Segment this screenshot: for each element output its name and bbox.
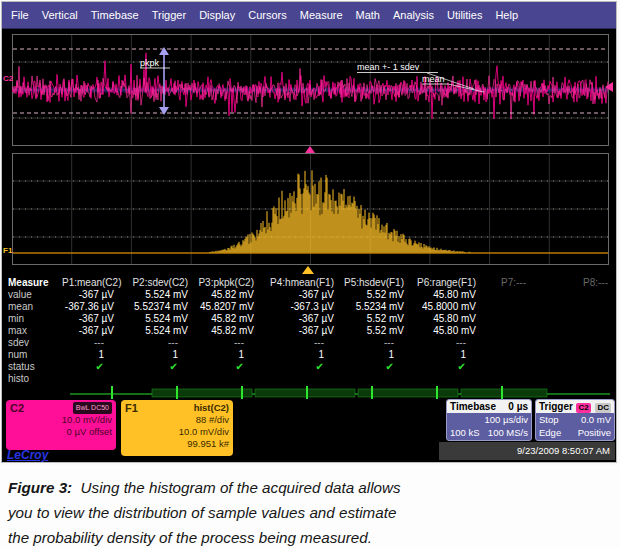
trigger-time-marker-icon[interactable] xyxy=(305,146,315,153)
timebase-samples: 100 kS xyxy=(450,426,480,439)
measure-cell-num-p7 xyxy=(480,349,530,361)
measure-cell-value-p8 xyxy=(530,289,612,301)
measure-cell-mean-p4: -367.3 µV xyxy=(258,301,338,313)
menu-item-display[interactable]: Display xyxy=(199,9,235,21)
measure-cell-histo-p3 xyxy=(192,373,258,385)
measure-cell-sdev-p8 xyxy=(530,337,612,349)
c2-trace-label: C2 xyxy=(3,74,13,83)
measure-col-header-p1[interactable]: P1:mean(C2) xyxy=(62,277,118,289)
function-f1-descriptor[interactable]: F1 hist(C2) 88 #/div 10.0 mV/div 99.951 … xyxy=(121,400,233,456)
measure-cell-value-p2: 5.524 mV xyxy=(118,289,192,301)
status-check-icon: ✔ xyxy=(408,361,480,373)
measure-cell-num-p2: 1 xyxy=(118,349,192,361)
menu-item-math[interactable]: Math xyxy=(356,9,380,21)
timebase-panel[interactable]: Timebase 0 µs 100 µs/div 100 kS 100 MS/s xyxy=(446,399,532,441)
measure-cell-num-p4: 1 xyxy=(258,349,338,361)
f1-function-name: F1 xyxy=(125,402,138,414)
figure-caption-number: Figure 3: xyxy=(8,479,72,496)
measure-cell-mean-p7 xyxy=(480,301,530,313)
measure-cell-histo-p8 xyxy=(530,373,612,385)
measure-cell-min-p4: -367 µV xyxy=(258,313,338,325)
measure-cell-value-p1: -367 µV xyxy=(62,289,118,301)
measure-cell-sdev-p5: --- xyxy=(338,337,408,349)
timebase-rate: 100 MS/s xyxy=(488,426,528,439)
trigger-mode: Stop xyxy=(539,413,559,426)
menu-bar: FileVerticalTimebaseTriggerDisplayCursor… xyxy=(2,2,616,29)
measure-cell-mean-p3: 45.8207 mV xyxy=(192,301,258,313)
measure-cell-max-p2: 5.524 mV xyxy=(118,325,192,337)
figure-caption-line3: the probability density of the process b… xyxy=(8,525,612,548)
measure-cell-num-p3: 1 xyxy=(192,349,258,361)
channel-c2-descriptor[interactable]: C2 BwL DC50 10.0 mV/div 0 µV offset xyxy=(6,400,116,450)
c2-volts-per-div: 10.0 mV/div xyxy=(10,414,112,426)
c2-waveform-grid: pkpkmean +- 1 sdevmean xyxy=(12,34,609,146)
measure-row-label-num: num xyxy=(6,349,62,361)
measure-table: MeasureP1:mean(C2)P2:sdev(C2)P3:pkpk(C2)… xyxy=(6,277,612,385)
measure-col-header-p4[interactable]: P4:hmean(F1) xyxy=(258,277,338,289)
measure-cell-status-p8 xyxy=(530,361,612,373)
measure-cell-num-p5: 1 xyxy=(338,349,408,361)
f1-trace-label: F1 xyxy=(3,246,12,255)
menu-item-measure[interactable]: Measure xyxy=(300,9,343,21)
measure-col-header-p7[interactable]: P7:--- xyxy=(480,277,530,289)
f1-function-expression: hist(C2) xyxy=(194,402,229,414)
menu-item-analysis[interactable]: Analysis xyxy=(393,9,434,21)
measure-col-header-p6[interactable]: P6:range(F1) xyxy=(408,277,480,289)
status-check-icon: ✔ xyxy=(62,361,118,373)
measure-cell-value-p7 xyxy=(480,289,530,301)
measure-row-label-value: value xyxy=(6,289,62,301)
status-check-icon: ✔ xyxy=(118,361,192,373)
figure-caption-line2: you to view the distribution of sample v… xyxy=(8,500,612,525)
menu-item-timebase[interactable]: Timebase xyxy=(91,9,139,21)
timebase-title: Timebase xyxy=(450,400,496,413)
measure-cell-max-p5: 5.52 mV xyxy=(338,325,408,337)
measure-cell-num-p1: 1 xyxy=(62,349,118,361)
trigger-coupling-badge: DC xyxy=(595,403,611,413)
figure-3-container: FileVerticalTimebaseTriggerDisplayCursor… xyxy=(0,0,620,548)
f1-population: 99.951 k# xyxy=(125,438,229,450)
menu-item-file[interactable]: File xyxy=(11,9,29,21)
measure-cell-histo-p2 xyxy=(118,373,192,385)
histo-sparkline-row xyxy=(70,386,610,399)
figure-caption: Figure 3: Using the histogram of the acq… xyxy=(0,465,620,548)
trigger-type: Edge xyxy=(539,426,561,439)
timebase-per-div: 100 µs/div xyxy=(485,413,529,426)
measure-cell-mean-p2: 5.52374 mV xyxy=(118,301,192,313)
menu-item-cursors[interactable]: Cursors xyxy=(248,9,287,21)
measure-col-header-p3[interactable]: P3:pkpk(C2) xyxy=(192,277,258,289)
measure-cell-sdev-p4: --- xyxy=(258,337,338,349)
measure-cell-num-p8 xyxy=(530,349,612,361)
measure-col-header-p5[interactable]: P5:hsdev(F1) xyxy=(338,277,408,289)
trigger-level-arrow-icon[interactable] xyxy=(605,82,613,92)
measure-col-header-p2[interactable]: P2:sdev(C2) xyxy=(118,277,192,289)
c2-coupling-badge: BwL DC50 xyxy=(73,402,112,414)
status-check-icon: ✔ xyxy=(258,361,338,373)
trigger-source-badge: C2 xyxy=(576,403,590,413)
status-check-icon: ✔ xyxy=(192,361,258,373)
measure-cell-min-p3: 45.82 mV xyxy=(192,313,258,325)
measure-cell-histo-p6 xyxy=(408,373,480,385)
menu-item-utilities[interactable]: Utilities xyxy=(447,9,482,21)
measure-cell-mean-p5: 5.5234 mV xyxy=(338,301,408,313)
measure-cell-mean-p1: -367.36 µV xyxy=(62,301,118,313)
svg-text:mean +- 1 sdev: mean +- 1 sdev xyxy=(357,62,420,72)
trigger-level: 0.0 mV xyxy=(581,413,611,426)
menu-item-trigger[interactable]: Trigger xyxy=(152,9,186,21)
measure-cell-sdev-p6: --- xyxy=(408,337,480,349)
measure-table-title: Measure xyxy=(6,277,62,289)
trigger-panel[interactable]: Trigger C2 DC Stop 0.0 mV Edge Positive xyxy=(535,399,615,441)
measure-row-label-mean: mean xyxy=(6,301,62,313)
measure-row-label-max: max xyxy=(6,325,62,337)
measure-col-header-p8[interactable]: P8:--- xyxy=(530,277,612,289)
oscilloscope-screenshot: FileVerticalTimebaseTriggerDisplayCursor… xyxy=(1,1,617,463)
measure-cell-mean-p6: 45.8000 mV xyxy=(408,301,480,313)
trigger-slope: Positive xyxy=(578,426,611,439)
measure-cell-min-p5: 5.52 mV xyxy=(338,313,408,325)
measure-row-label-min: min xyxy=(6,313,62,325)
measure-cell-min-p2: 5.524 mV xyxy=(118,313,192,325)
measure-cell-value-p6: 45.80 mV xyxy=(408,289,480,301)
measure-cell-value-p4: -367 µV xyxy=(258,289,338,301)
menu-item-help[interactable]: Help xyxy=(495,9,518,21)
timebase-delay: 0 µs xyxy=(508,400,528,413)
menu-item-vertical[interactable]: Vertical xyxy=(42,9,78,21)
